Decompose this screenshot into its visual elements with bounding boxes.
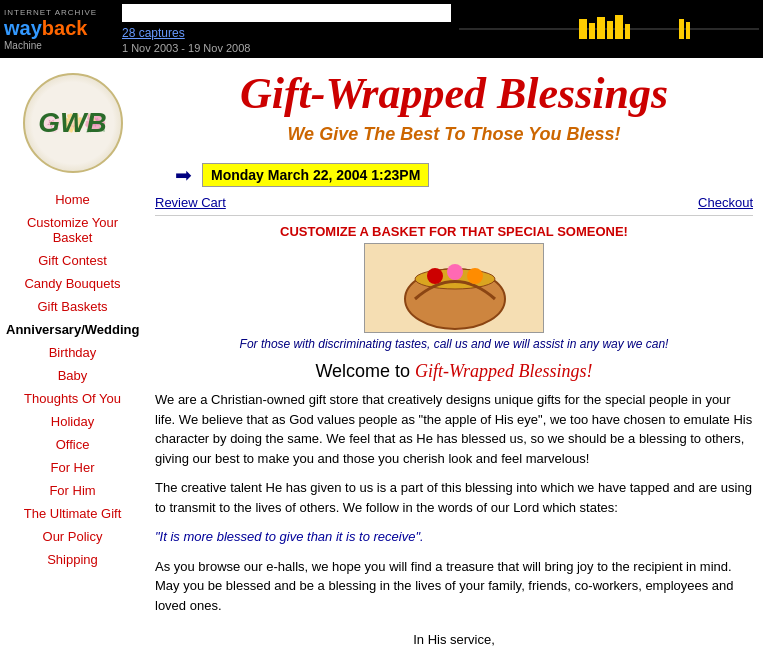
svg-rect-8: [686, 22, 690, 39]
svg-rect-4: [607, 21, 613, 39]
sidebar-item-birthday[interactable]: Birthday: [0, 341, 145, 364]
wayback-logo: INTERNET ARCHIVE wayback Machine: [4, 8, 114, 51]
site-logo: 🌸🌼🌺 GWB: [18, 68, 128, 178]
svg-rect-3: [597, 17, 605, 39]
checkout-link[interactable]: Checkout: [698, 195, 753, 210]
review-cart-link[interactable]: Review Cart: [155, 195, 226, 210]
sidebar-item-gift-baskets[interactable]: Gift Baskets: [0, 295, 145, 318]
sidebar-item-baby[interactable]: Baby: [0, 364, 145, 387]
arrow-icon: ➡: [175, 163, 192, 187]
sidebar-item-customize[interactable]: Customize Your Basket: [0, 211, 145, 249]
site-title: Gift-Wrapped Blessings: [155, 68, 753, 119]
svg-rect-7: [679, 19, 684, 39]
welcome-plain: Welcome to: [315, 361, 415, 381]
signature-block: In His service, Michelle James- Galler O…: [155, 630, 753, 656]
sidebar-item-gift-contest[interactable]: Gift Contest: [0, 249, 145, 272]
svg-point-14: [467, 268, 483, 284]
quote-text: "It is more blessed to give than it is t…: [155, 527, 753, 547]
wayback-toolbar: INTERNET ARCHIVE wayback Machine http://…: [0, 0, 763, 58]
way-text: way: [4, 17, 42, 40]
sidebar-item-policy[interactable]: Our Policy: [0, 525, 145, 548]
back-text: back: [42, 17, 88, 40]
sidebar-item-home[interactable]: Home: [0, 188, 145, 211]
svg-rect-1: [579, 19, 587, 39]
svg-rect-6: [625, 24, 630, 39]
wayback-timeline: [459, 9, 759, 49]
url-input[interactable]: http://www.giftwrappedblessings.com/: [122, 4, 451, 22]
sidebar-item-anniversary[interactable]: Anniversary/Wedding: [0, 318, 145, 341]
site-tagline: We Give The Best To Those You Bless!: [155, 124, 753, 145]
customize-banner-text: CUSTOMIZE A BASKET FOR THAT SPECIAL SOME…: [155, 224, 753, 239]
sidebar-item-thoughts[interactable]: Thoughts Of You: [0, 387, 145, 410]
wayback-url-area: http://www.giftwrappedblessings.com/ 28 …: [122, 4, 451, 55]
sidebar-item-for-him[interactable]: For Him: [0, 479, 145, 502]
machine-text: Machine: [4, 40, 114, 51]
gwb-initials: GWB: [38, 107, 106, 139]
date-row: ➡ Monday March 22, 2004 1:23PM: [155, 163, 753, 187]
customize-caption: For those with discriminating tastes, ca…: [155, 337, 753, 351]
date-badge: Monday March 22, 2004 1:23PM: [202, 163, 429, 187]
sidebar-item-candy[interactable]: Candy Bouquets: [0, 272, 145, 295]
top-links: Review Cart Checkout: [155, 195, 753, 216]
sidebar-item-ultimate[interactable]: The Ultimate Gift: [0, 502, 145, 525]
sidebar-item-holiday[interactable]: Holiday: [0, 410, 145, 433]
page-container: 🌸🌼🌺 GWB Home Customize Your Basket Gift …: [0, 58, 763, 656]
welcome-title: Welcome to Gift-Wrapped Blessings!: [155, 361, 753, 382]
paragraph-1: We are a Christian-owned gift store that…: [155, 390, 753, 468]
main-content: Gift-Wrapped Blessings We Give The Best …: [145, 58, 763, 656]
svg-rect-2: [589, 23, 595, 39]
welcome-em: Gift-Wrapped Blessings!: [415, 361, 593, 381]
customize-banner: CUSTOMIZE A BASKET FOR THAT SPECIAL SOME…: [155, 224, 753, 351]
sidebar: 🌸🌼🌺 GWB Home Customize Your Basket Gift …: [0, 58, 145, 656]
sidebar-item-for-her[interactable]: For Her: [0, 456, 145, 479]
svg-rect-5: [615, 15, 623, 39]
internet-archive-label: INTERNET ARCHIVE: [4, 8, 114, 17]
captures-date: 1 Nov 2003 - 19 Nov 2008: [122, 42, 250, 54]
sidebar-item-office[interactable]: Office: [0, 433, 145, 456]
sidebar-item-shipping[interactable]: Shipping: [0, 548, 145, 571]
svg-point-13: [447, 264, 463, 280]
closing-text: In His service,: [155, 630, 753, 650]
paragraph-3: As you browse our e-halls, we hope you w…: [155, 557, 753, 616]
captures-link[interactable]: 28 captures: [122, 26, 185, 40]
svg-point-12: [427, 268, 443, 284]
customize-image: customized basket.jpg: [364, 243, 544, 333]
paragraph-2: The creative talent He has given to us i…: [155, 478, 753, 517]
logo-circle: 🌸🌼🌺 GWB: [23, 73, 123, 173]
site-header: Gift-Wrapped Blessings We Give The Best …: [155, 58, 753, 155]
